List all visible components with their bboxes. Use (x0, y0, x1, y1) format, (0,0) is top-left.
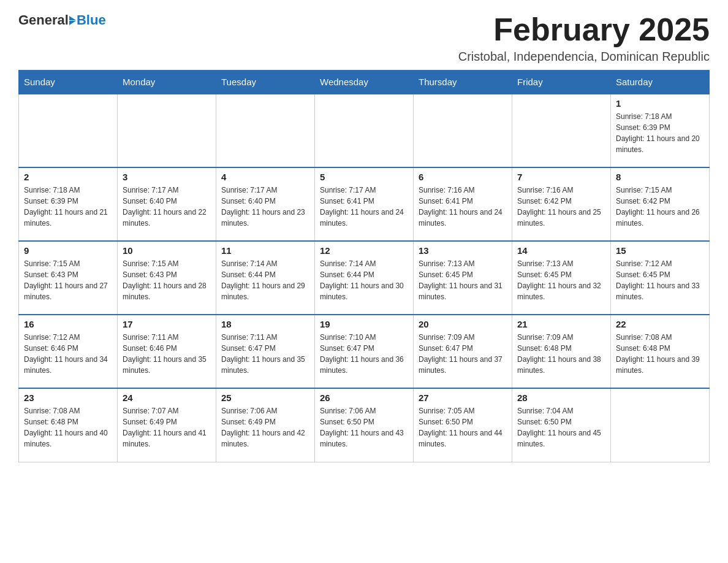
logo-text: General Blue (18, 12, 106, 28)
header-tuesday: Tuesday (216, 71, 315, 94)
day-info: Sunrise: 7:14 AM Sunset: 6:44 PM Dayligh… (320, 258, 408, 302)
calendar-cell-w0-d6: 1Sunrise: 7:18 AM Sunset: 6:39 PM Daylig… (611, 94, 710, 167)
day-info: Sunrise: 7:16 AM Sunset: 6:41 PM Dayligh… (419, 185, 507, 229)
calendar-cell-w4-d0: 23Sunrise: 7:08 AM Sunset: 6:48 PM Dayli… (19, 388, 118, 462)
calendar-header-row: SundayMondayTuesdayWednesdayThursdayFrid… (19, 71, 710, 94)
day-number: 7 (517, 172, 605, 182)
day-info: Sunrise: 7:08 AM Sunset: 6:48 PM Dayligh… (616, 332, 704, 376)
day-number: 2 (24, 172, 112, 182)
day-number: 23 (24, 393, 112, 403)
day-info: Sunrise: 7:04 AM Sunset: 6:50 PM Dayligh… (517, 405, 605, 450)
day-number: 10 (123, 245, 211, 256)
header-wednesday: Wednesday (315, 71, 414, 94)
day-number: 24 (123, 393, 211, 403)
day-info: Sunrise: 7:13 AM Sunset: 6:45 PM Dayligh… (419, 258, 507, 302)
day-number: 22 (616, 319, 704, 329)
day-info: Sunrise: 7:15 AM Sunset: 6:42 PM Dayligh… (616, 185, 704, 229)
day-number: 3 (123, 172, 211, 182)
calendar-cell-w3-d5: 21Sunrise: 7:09 AM Sunset: 6:48 PM Dayli… (512, 315, 611, 388)
day-info: Sunrise: 7:15 AM Sunset: 6:43 PM Dayligh… (24, 258, 112, 302)
day-number: 16 (24, 319, 112, 329)
logo-triangle-top (69, 16, 76, 20)
day-number: 5 (320, 172, 408, 182)
day-number: 1 (616, 98, 704, 109)
calendar-cell-w3-d6: 22Sunrise: 7:08 AM Sunset: 6:48 PM Dayli… (611, 315, 710, 388)
day-number: 6 (419, 172, 507, 182)
day-info: Sunrise: 7:06 AM Sunset: 6:49 PM Dayligh… (221, 405, 309, 450)
day-number: 17 (123, 319, 211, 329)
calendar-cell-w2-d6: 15Sunrise: 7:12 AM Sunset: 6:45 PM Dayli… (611, 241, 710, 315)
day-number: 25 (221, 393, 309, 403)
day-info: Sunrise: 7:07 AM Sunset: 6:49 PM Dayligh… (123, 405, 211, 450)
day-number: 8 (616, 172, 704, 182)
calendar-cell-w0-d0 (19, 94, 118, 167)
logo-area: General Blue (18, 12, 106, 28)
calendar-cell-w0-d3 (315, 94, 414, 167)
calendar-cell-w4-d5: 28Sunrise: 7:04 AM Sunset: 6:50 PM Dayli… (512, 388, 611, 462)
calendar-week-2: 9Sunrise: 7:15 AM Sunset: 6:43 PM Daylig… (19, 241, 710, 315)
calendar-cell-w3-d0: 16Sunrise: 7:12 AM Sunset: 6:46 PM Dayli… (19, 315, 118, 388)
logo-general-text: General (18, 12, 69, 28)
day-info: Sunrise: 7:11 AM Sunset: 6:46 PM Dayligh… (123, 332, 211, 376)
day-number: 11 (221, 245, 309, 256)
header-saturday: Saturday (611, 71, 710, 94)
day-number: 20 (419, 319, 507, 329)
header-monday: Monday (118, 71, 216, 94)
header-friday: Friday (512, 71, 611, 94)
day-number: 26 (320, 393, 408, 403)
month-title: February 2025 (458, 12, 710, 47)
day-number: 13 (419, 245, 507, 256)
day-info: Sunrise: 7:17 AM Sunset: 6:40 PM Dayligh… (221, 185, 309, 229)
day-info: Sunrise: 7:06 AM Sunset: 6:50 PM Dayligh… (320, 405, 408, 450)
calendar-cell-w1-d0: 2Sunrise: 7:18 AM Sunset: 6:39 PM Daylig… (19, 167, 118, 241)
calendar-cell-w4-d4: 27Sunrise: 7:05 AM Sunset: 6:50 PM Dayli… (414, 388, 512, 462)
day-number: 27 (419, 393, 507, 403)
calendar-cell-w3-d1: 17Sunrise: 7:11 AM Sunset: 6:46 PM Dayli… (118, 315, 216, 388)
day-info: Sunrise: 7:12 AM Sunset: 6:46 PM Dayligh… (24, 332, 112, 376)
day-number: 19 (320, 319, 408, 329)
header: General Blue February 2025 Cristobal, In… (18, 12, 710, 64)
calendar-table: SundayMondayTuesdayWednesdayThursdayFrid… (18, 70, 710, 462)
calendar-week-4: 23Sunrise: 7:08 AM Sunset: 6:48 PM Dayli… (19, 388, 710, 462)
calendar-cell-w0-d5 (512, 94, 611, 167)
calendar-cell-w3-d4: 20Sunrise: 7:09 AM Sunset: 6:47 PM Dayli… (414, 315, 512, 388)
day-info: Sunrise: 7:09 AM Sunset: 6:48 PM Dayligh… (517, 332, 605, 376)
day-info: Sunrise: 7:12 AM Sunset: 6:45 PM Dayligh… (616, 258, 704, 302)
day-number: 28 (517, 393, 605, 403)
calendar-week-3: 16Sunrise: 7:12 AM Sunset: 6:46 PM Dayli… (19, 315, 710, 388)
day-info: Sunrise: 7:15 AM Sunset: 6:43 PM Dayligh… (123, 258, 211, 302)
calendar-cell-w4-d2: 25Sunrise: 7:06 AM Sunset: 6:49 PM Dayli… (216, 388, 315, 462)
calendar-cell-w1-d1: 3Sunrise: 7:17 AM Sunset: 6:40 PM Daylig… (118, 167, 216, 241)
day-info: Sunrise: 7:08 AM Sunset: 6:48 PM Dayligh… (24, 405, 112, 450)
calendar-cell-w3-d3: 19Sunrise: 7:10 AM Sunset: 6:47 PM Dayli… (315, 315, 414, 388)
day-info: Sunrise: 7:18 AM Sunset: 6:39 PM Dayligh… (24, 185, 112, 229)
calendar-cell-w0-d2 (216, 94, 315, 167)
location-title: Cristobal, Independencia, Dominican Repu… (458, 50, 710, 64)
calendar-cell-w1-d2: 4Sunrise: 7:17 AM Sunset: 6:40 PM Daylig… (216, 167, 315, 241)
calendar-cell-w0-d4 (414, 94, 512, 167)
day-info: Sunrise: 7:17 AM Sunset: 6:41 PM Dayligh… (320, 185, 408, 229)
calendar-cell-w1-d3: 5Sunrise: 7:17 AM Sunset: 6:41 PM Daylig… (315, 167, 414, 241)
logo-blue-text: Blue (77, 12, 106, 28)
calendar-cell-w2-d4: 13Sunrise: 7:13 AM Sunset: 6:45 PM Dayli… (414, 241, 512, 315)
day-info: Sunrise: 7:11 AM Sunset: 6:47 PM Dayligh… (221, 332, 309, 376)
day-number: 21 (517, 319, 605, 329)
day-number: 15 (616, 245, 704, 256)
header-thursday: Thursday (414, 71, 512, 94)
calendar-cell-w4-d6 (611, 388, 710, 462)
header-sunday: Sunday (19, 71, 118, 94)
day-info: Sunrise: 7:09 AM Sunset: 6:47 PM Dayligh… (419, 332, 507, 376)
day-number: 18 (221, 319, 309, 329)
logo-triangle-bottom (69, 21, 76, 25)
calendar-cell-w4-d1: 24Sunrise: 7:07 AM Sunset: 6:49 PM Dayli… (118, 388, 216, 462)
title-area: February 2025 Cristobal, Independencia, … (458, 12, 710, 64)
logo: General Blue (18, 12, 106, 28)
day-number: 4 (221, 172, 309, 182)
day-info: Sunrise: 7:14 AM Sunset: 6:44 PM Dayligh… (221, 258, 309, 302)
calendar-cell-w2-d0: 9Sunrise: 7:15 AM Sunset: 6:43 PM Daylig… (19, 241, 118, 315)
day-info: Sunrise: 7:05 AM Sunset: 6:50 PM Dayligh… (419, 405, 507, 450)
day-info: Sunrise: 7:18 AM Sunset: 6:39 PM Dayligh… (616, 111, 704, 155)
calendar-cell-w1-d4: 6Sunrise: 7:16 AM Sunset: 6:41 PM Daylig… (414, 167, 512, 241)
day-info: Sunrise: 7:13 AM Sunset: 6:45 PM Dayligh… (517, 258, 605, 302)
calendar-cell-w0-d1 (118, 94, 216, 167)
